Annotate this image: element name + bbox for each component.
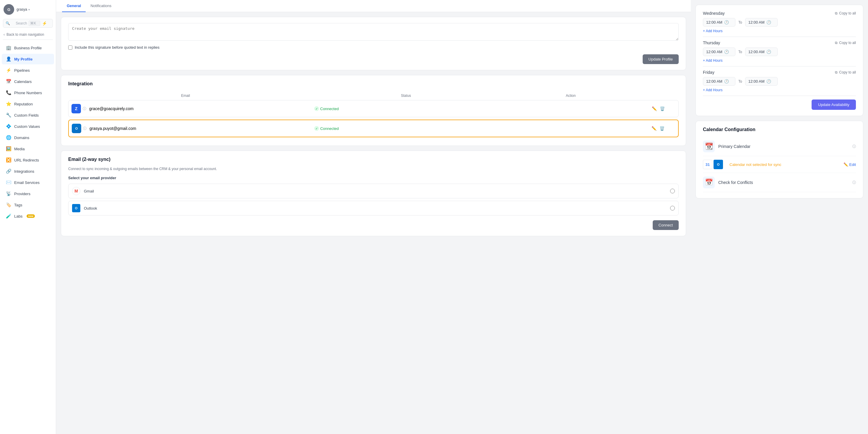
connect-button[interactable]: Connect bbox=[653, 220, 679, 230]
header-action: Action bbox=[566, 94, 676, 98]
domains-icon: 🌐 bbox=[6, 135, 11, 140]
update-availability-button[interactable]: Update Availability bbox=[812, 99, 856, 110]
business-profile-icon: 🏢 bbox=[6, 45, 11, 51]
sidebar-item-domains[interactable]: 🌐 Domains bbox=[2, 132, 54, 143]
tab-notifications[interactable]: Notifications bbox=[86, 0, 116, 12]
clock-icon-4: 🕐 bbox=[766, 50, 771, 54]
sidebar-item-email-services[interactable]: ✉️ Email Services bbox=[2, 177, 54, 188]
sidebar-item-pipelines[interactable]: ⚡ Pipelines bbox=[2, 65, 54, 75]
outlook-provider-row[interactable]: O Outlook bbox=[68, 201, 679, 216]
sidebar-item-media[interactable]: 🖼️ Media bbox=[2, 144, 54, 154]
friday-from[interactable]: 12:00 AM 🕐 bbox=[703, 77, 735, 86]
sidebar-item-labs[interactable]: 🧪 Labs new bbox=[2, 211, 54, 221]
sidebar-item-calendars[interactable]: 📅 Calendars bbox=[2, 76, 54, 87]
sidebar-item-custom-fields[interactable]: 🔧 Custom Fields bbox=[2, 110, 54, 120]
add-hours-wednesday[interactable]: + Add Hours bbox=[703, 29, 722, 33]
include-signature-checkbox[interactable] bbox=[68, 45, 72, 50]
sidebar-item-business-profile[interactable]: 🏢 Business Profile bbox=[2, 42, 54, 53]
hours-divider-1 bbox=[703, 37, 856, 37]
gmail-radio[interactable] bbox=[670, 189, 675, 193]
sidebar-item-label: Email Services bbox=[14, 180, 39, 185]
sidebar-item-providers[interactable]: 📡 Providers bbox=[2, 188, 54, 199]
url-redirects-icon: 🔀 bbox=[6, 157, 11, 163]
sidebar-item-phone-numbers[interactable]: 📞 Phone Numbers bbox=[2, 87, 54, 98]
labs-icon: 🧪 bbox=[6, 213, 11, 219]
search-bar[interactable]: 🔍 Search ⌘K ⚡ bbox=[3, 19, 53, 28]
gmail-provider-row[interactable]: M Gmail bbox=[68, 184, 679, 198]
copy-to-all-wednesday[interactable]: ⧉ Copy to all bbox=[835, 11, 856, 16]
back-to-main-nav[interactable]: ‹ Back to main navigation bbox=[0, 31, 56, 39]
thursday-header: Thursday ⧉ Copy to all bbox=[703, 40, 856, 45]
sidebar-item-label: Media bbox=[14, 147, 25, 151]
edit-icon-2[interactable]: ✏️ bbox=[652, 126, 656, 131]
sidebar-item-integrations[interactable]: 🔗 Integrations bbox=[2, 166, 54, 177]
edit-icon[interactable]: ✏️ bbox=[652, 106, 657, 111]
check-conflicts-info-icon[interactable]: ⓘ bbox=[852, 180, 856, 185]
tab-general[interactable]: General bbox=[62, 0, 86, 12]
copy-to-all-label-3: Copy to all bbox=[839, 70, 856, 74]
add-hours-thursday[interactable]: + Add Hours bbox=[703, 58, 722, 63]
copy-icon-2: ⧉ bbox=[835, 41, 838, 45]
copy-to-all-friday[interactable]: ⧉ Copy to all bbox=[835, 70, 856, 74]
calendar-not-selected-text: Calendar not selected for sync bbox=[730, 162, 840, 167]
wednesday-header: Wednesday ⧉ Copy to all bbox=[703, 11, 856, 16]
day-row-thursday: Thursday ⧉ Copy to all 12:00 AM 🕐 To 12:… bbox=[703, 40, 856, 63]
outlook-icon: O bbox=[72, 124, 81, 133]
check-conflicts-row: 📅 Check for Conflicts ⓘ bbox=[703, 173, 856, 192]
integration-table: Email Status Action Z ⓘ grace@goacquirel… bbox=[68, 91, 679, 137]
update-profile-button[interactable]: Update Profile bbox=[643, 54, 679, 64]
delete-icon[interactable]: 🗑️ bbox=[660, 106, 665, 111]
sidebar-item-custom-values[interactable]: 💠 Custom Values bbox=[2, 121, 54, 132]
sidebar-item-reputation[interactable]: ⭐ Reputation bbox=[2, 99, 54, 109]
back-nav-label: Back to main navigation bbox=[6, 32, 44, 37]
clock-icon-5: 🕐 bbox=[724, 79, 729, 84]
outlook-info-icon[interactable]: ⓘ bbox=[83, 126, 87, 131]
thursday-from[interactable]: 12:00 AM 🕐 bbox=[703, 48, 735, 56]
sidebar-item-url-redirects[interactable]: 🔀 URL Redirects bbox=[2, 155, 54, 165]
wednesday-label: Wednesday bbox=[703, 11, 725, 16]
gmail-icon: M bbox=[72, 187, 80, 195]
sidebar-item-label: Providers bbox=[14, 192, 30, 196]
zoom-status: ✓ Connected bbox=[314, 106, 652, 111]
chevron-left-icon: ‹ bbox=[4, 32, 5, 37]
sidebar-item-my-profile[interactable]: 👤 My Profile bbox=[2, 54, 54, 64]
signature-section: Include this signature before quoted tex… bbox=[61, 17, 686, 70]
integration-row-outlook: O ⓘ grasya.puyot@gmail.com ✓ Connected ✏… bbox=[68, 120, 679, 137]
calendar-edit-link[interactable]: ✏️ Edit bbox=[843, 162, 856, 167]
sidebar-item-tags[interactable]: 🏷️ Tags bbox=[2, 199, 54, 210]
outlook-radio[interactable] bbox=[670, 206, 675, 211]
providers-icon: 📡 bbox=[6, 191, 11, 196]
sidebar-item-label: Labs bbox=[14, 214, 23, 218]
to-label-3: To bbox=[738, 80, 742, 84]
day-row-wednesday: Wednesday ⧉ Copy to all 12:00 AM 🕐 To 12… bbox=[703, 11, 856, 33]
friday-to[interactable]: 12:00 AM 🕐 bbox=[745, 77, 778, 86]
zoom-email: grace@goacquirely.com bbox=[89, 106, 314, 111]
email-sync-subtitle: Connect to sync incoming & outgoing emai… bbox=[68, 167, 679, 171]
hours-divider-3 bbox=[703, 96, 856, 96]
tags-icon: 🏷️ bbox=[6, 202, 11, 208]
user-avatar-area[interactable]: G grasya ▾ bbox=[0, 0, 56, 17]
check-conflicts-label: Check for Conflicts bbox=[718, 180, 849, 185]
sidebar-item-label: Reputation bbox=[14, 102, 33, 106]
zoom-info-icon[interactable]: ⓘ bbox=[83, 106, 86, 111]
include-signature-label: Include this signature before quoted tex… bbox=[75, 45, 159, 50]
pipelines-icon: ⚡ bbox=[6, 68, 11, 73]
copy-to-all-thursday[interactable]: ⧉ Copy to all bbox=[835, 41, 856, 45]
delete-icon-2[interactable]: 🗑️ bbox=[659, 126, 664, 131]
search-icon: 🔍 bbox=[6, 21, 14, 25]
wednesday-to[interactable]: 12:00 AM 🕐 bbox=[745, 18, 778, 27]
header-email: Email bbox=[181, 94, 401, 98]
wednesday-from[interactable]: 12:00 AM 🕐 bbox=[703, 18, 735, 27]
sidebar-item-label: Pipelines bbox=[14, 68, 30, 73]
outlook-calendar-icon: O bbox=[714, 160, 723, 169]
signature-textarea[interactable] bbox=[68, 23, 679, 41]
clock-icon: 🕐 bbox=[724, 20, 729, 25]
friday-time-row: 12:00 AM 🕐 To 12:00 AM 🕐 bbox=[703, 77, 856, 86]
to-label: To bbox=[738, 20, 742, 25]
add-hours-friday[interactable]: + Add Hours bbox=[703, 88, 722, 92]
outlook-label: Outlook bbox=[84, 206, 97, 211]
primary-calendar-info-icon[interactable]: ⓘ bbox=[852, 144, 856, 149]
zoom-icon-area: Z ⓘ bbox=[71, 104, 89, 113]
friday-header: Friday ⧉ Copy to all bbox=[703, 70, 856, 75]
thursday-to[interactable]: 12:00 AM 🕐 bbox=[745, 48, 778, 56]
